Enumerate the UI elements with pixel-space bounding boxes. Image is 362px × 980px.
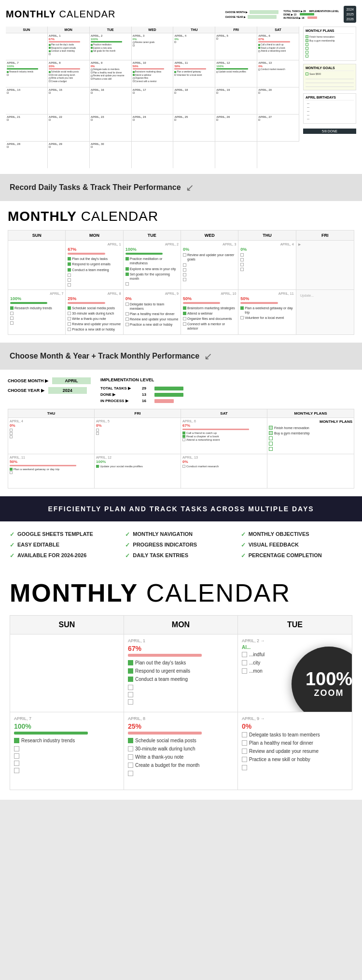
zoom-badge: 100% ZOOM	[292, 647, 352, 712]
cal-cell-apr6: APRIL, 6 67% Call a friend to catch up R…	[257, 33, 299, 60]
feature-pct-completion: ✓ PERCENTAGE COMPLETION	[241, 552, 352, 559]
divider-2: Choose Month & Year + Track Monthly Perf…	[0, 343, 362, 370]
cal-cell-apr25: APRIL, 25	[173, 115, 215, 141]
feature-label-8: DAILY TASK ENTRIES	[133, 552, 188, 558]
dark-banner: EFFICIENTLY PLAN AND TRACK TASKS ACROSS …	[0, 496, 362, 521]
chooser-apr13b: APRIL, 13 0% Conduct market research	[181, 454, 267, 488]
calendar-header: MONTHLY CALENDAR CHOOSE MONTH ▶ CHOOSE Y…	[6, 6, 356, 23]
feature-label-3: MONTHLY OBJECTIVES	[249, 531, 309, 537]
arrow-icon-1: ↙	[186, 182, 194, 193]
plan-item-1: Finish home renovation	[306, 35, 354, 38]
check-icon-4: ✓	[10, 542, 14, 548]
zoomed-apr4: APRIL, 4 0%	[238, 241, 296, 289]
cal-cell-apr29: APRIL, 29	[48, 142, 90, 168]
cal-cell-apr20: APRIL, 20	[257, 87, 299, 114]
check-icon-6: ✓	[241, 542, 246, 548]
feature-progress: ✓ PROGRESS INDICATORS	[125, 542, 237, 548]
cal-cell-apr12: APRIL, 12 100% Update social media profi…	[215, 60, 257, 87]
chooser-apr12b: APRIL, 12 100% Update your social media …	[95, 454, 181, 488]
divider-1-text: Record Daily Tasks & Track Their Perform…	[10, 183, 181, 192]
cal-cell-apr1: APRIL, 1 67% Plan out the day's tasks Re…	[48, 33, 90, 60]
check-icon-7: ✓	[10, 552, 14, 559]
zoomed-apr10: APRIL, 10 50% Brainstorm marketing strat…	[181, 290, 238, 334]
cal-cell-apr16: APRIL, 16	[90, 87, 132, 114]
feature-monthly-obj: ✓ MONTHLY OBJECTIVES	[241, 531, 352, 538]
monthly-goals-title: MONTHLY GOALS	[306, 66, 354, 71]
year-chooser-row: CHOOSE YEAR ▶ 2024	[8, 387, 91, 394]
zoomed-header: SUN MON TUE WED THU FRI	[8, 231, 354, 241]
section-calendar-preview: MONTHLY CALENDAR CHOOSE MONTH ▶ CHOOSE Y…	[0, 0, 362, 174]
features-grid: ✓ GOOGLE SHEETS TEMPLATE ✓ MONTHLY NAVIG…	[10, 531, 352, 559]
chooser-stats: IMPLEMENTATION LEVEL TOTAL TASKS ▶ 29 DO…	[100, 377, 183, 403]
zoom-apr2: APRIL, 2 → AI... ...indful ...city ...mo…	[238, 634, 352, 712]
section-100-zoom: MONTHLY CALENDAR SUN MON TUE APRIL, 1 67…	[0, 569, 362, 800]
zoom-empty	[10, 634, 124, 712]
zoomed-empty	[8, 241, 66, 289]
cal-cell-apr14: APRIL, 14	[6, 87, 48, 114]
cal-cell-apr28: APRIL, 28	[6, 142, 48, 168]
zoomed-apr9: APRIL, 9 0% Delegate tasks to team membe…	[124, 290, 181, 334]
features-section: ✓ GOOGLE SHEETS TEMPLATE ✓ MONTHLY NAVIG…	[0, 521, 362, 569]
cal-cell-apr27: APRIL, 27	[257, 115, 299, 141]
cal-cell-apr4: APRIL, 4 0%	[173, 33, 215, 60]
zoomed-week-2: APRIL, 7 100% Research industry trends A…	[8, 290, 354, 334]
zoomed-apr2: APRIL, 2 100% Practice meditation or min…	[124, 241, 181, 289]
chooser-week-2: APRIL, 11 50% Plan a weekend getaway or …	[8, 454, 354, 488]
zoomed-partial-2: Update...	[296, 290, 354, 334]
zoom-days-header: SUN MON TUE	[10, 616, 352, 634]
zoom-apr9: APRIL, 9 → 0% Delegate tasks to team mem…	[238, 712, 352, 790]
week-4: APRIL, 21 APRIL, 22 APRIL, 23 APRIL, 24 …	[6, 114, 299, 141]
cal-cell-apr2: APRIL, 2 100% Practice meditation Explor…	[90, 33, 132, 60]
zoom-week-1: APRIL, 1 67% Plan out the day's tasks Re…	[10, 634, 352, 712]
zoomed-week-1: APRIL, 1 67% Plan out the day's tasks Re…	[8, 241, 354, 289]
april-birthdays-title: APRIL BIRTHDAYS	[306, 96, 354, 101]
cal-cell-apr8: APRIL, 8 20% Schedule social media posts…	[48, 60, 90, 87]
monthly-plans-panel: MONTHLY PLANS Finish home renovation Buy…	[303, 27, 356, 61]
divider-1: Record Daily Tasks & Track Their Perform…	[0, 174, 362, 201]
feature-easy-edit: ✓ EASY EDITABLE	[10, 542, 121, 548]
calendar-main: SUN MON TUE WED THU FRI SAT APRIL, 1 67%…	[6, 27, 356, 168]
impl-label: IMPLEMENTATION LEVEL	[100, 377, 183, 382]
feature-label-1: GOOGLE SHEETS TEMPLATE	[17, 531, 93, 537]
feature-visual: ✓ VISUAL FEEDBACK	[241, 542, 352, 548]
zoom-apr7: APRIL, 7 100% Research industry trends	[10, 712, 124, 790]
week-3: APRIL, 14 APRIL, 15 APRIL, 16 APRIL, 17 …	[6, 87, 299, 114]
feature-years: ✓ AVAILABLE FOR 2024-2026	[10, 552, 121, 559]
side-panel: MONTHLY PLANS Finish home renovation Buy…	[303, 27, 356, 168]
plan-checkbox-2[interactable]	[306, 39, 308, 42]
zoom-label: ZOOM	[314, 688, 344, 698]
cal-cell-apr7: APRIL, 7 100% Research industry trends	[6, 60, 48, 87]
zoomed-apr8: APRIL, 8 25% Schedule social media posts…	[66, 290, 123, 334]
check-icon-2: ✓	[125, 531, 130, 538]
month-selector[interactable]	[250, 10, 278, 14]
feature-label-2: MONTHLY NAVIGATION	[133, 531, 193, 537]
april-birthdays-panel: APRIL BIRTHDAYS — — — — —	[303, 93, 356, 124]
feature-daily-tasks: ✓ DAILY TASK ENTRIES	[125, 552, 237, 559]
month-chooser-row: CHOOSE MONTH ▶ APRIL	[8, 377, 91, 384]
year-selector[interactable]	[248, 15, 277, 19]
calendar-title: MONTHLY CALENDAR	[6, 9, 116, 20]
cal-cell-empty	[6, 33, 48, 60]
done-banner: 5/8 DONE	[303, 129, 356, 134]
chooser-apr11b: APRIL, 11 50% Plan a weekend getaway or …	[8, 454, 95, 488]
zoomed-title: MONTHLY CALENDAR	[8, 209, 354, 224]
cal-cell-apr3: APRIL, 3 0% Review career goals	[132, 33, 174, 60]
cal-cell-apr23: APRIL, 23	[90, 115, 132, 141]
monthly-goals-panel: MONTHLY GOALS Save $500	[303, 64, 356, 90]
zoomed-apr3: APRIL, 3 0% Review and update your caree…	[181, 241, 238, 289]
feature-label-5: PROGRESS INDICATORS	[133, 542, 197, 548]
plan-item-2: Buy a gym membership	[306, 39, 354, 42]
zoomed-partial: ▶	[296, 241, 354, 289]
feature-monthly-nav: ✓ MONTHLY NAVIGATION	[125, 531, 237, 538]
plan-checkbox-1[interactable]	[306, 35, 308, 38]
year-value[interactable]: 2024	[48, 387, 87, 394]
year-badge: 202420252026	[344, 6, 356, 23]
cal-cell-apr19: APRIL, 19	[215, 87, 257, 114]
week-1: APRIL, 1 67% Plan out the day's tasks Re…	[6, 33, 299, 60]
chooser-grid-section: THU FRI SAT MONTHLY PLANS APRIL, 4 0% AP…	[8, 409, 354, 489]
chooser-controls: CHOOSE MONTH ▶ APRIL CHOOSE YEAR ▶ 2024 …	[8, 377, 354, 403]
zoom-week-2: APRIL, 7 100% Research industry trends A…	[10, 712, 352, 790]
cal-cell-apr17: APRIL, 17	[132, 87, 174, 114]
zoom-grid: SUN MON TUE APRIL, 1 67% Plan out the da…	[10, 615, 352, 790]
month-value[interactable]: APRIL	[52, 377, 91, 384]
